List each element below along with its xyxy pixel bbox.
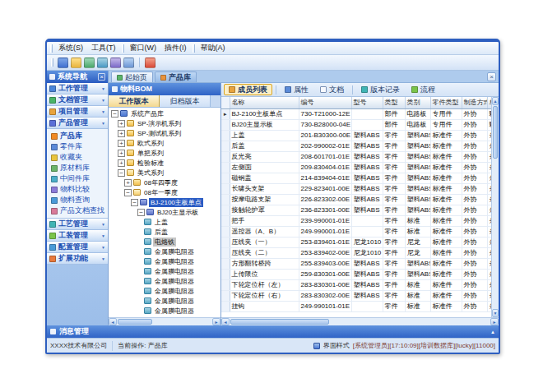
scroll-down-icon[interactable]: ▼: [492, 309, 499, 317]
tree-node[interactable]: 上盖: [109, 217, 220, 227]
tree-toggle-icon[interactable]: +: [118, 159, 125, 167]
sidebar-item[interactable]: 中间件库: [47, 173, 108, 184]
tree-toggle-icon[interactable]: −: [118, 169, 125, 177]
sidebar-section-header[interactable]: 扩展功能 ▼: [47, 253, 108, 265]
tree-node[interactable]: + SP-测试机系列: [109, 128, 220, 138]
table-row[interactable]: 长啸头支架229-823401-00E塑料ABS零件塑料ABS标准件外协条: [221, 183, 491, 194]
refresh-icon[interactable]: [97, 58, 108, 68]
sidebar-item[interactable]: 零件库: [47, 141, 108, 152]
sidebar-section-header[interactable]: 工作管理 ▼: [47, 83, 108, 95]
table-row[interactable]: 下轮定位杆（左）283-830301-00E塑料ABS零件标准标准件外协条: [221, 279, 491, 290]
table-row[interactable]: 上盖201-B30300-00E塑料ABS零件塑料ABS标准件外协条: [221, 130, 491, 141]
sidebar-item[interactable]: 收藏夹: [47, 152, 108, 163]
tree-toggle-icon[interactable]: +: [118, 120, 125, 127]
menu-item[interactable]: 插件(I): [160, 42, 191, 54]
table-row[interactable]: 后盖202-990002-01E塑料ABS零件塑料ABS标准件外协条: [221, 141, 491, 151]
tree-toggle-icon[interactable]: +: [124, 179, 132, 187]
tree-node[interactable]: + 08年四季度: [109, 178, 220, 187]
menu-item[interactable]: 窗口(W): [126, 42, 161, 54]
table-row[interactable]: ►BJ-2100主板单点730-T21000-12E部件电路板专用件外协颗: [221, 108, 491, 119]
sidebar-item[interactable]: 产品库: [47, 131, 108, 141]
sidebar-item[interactable]: 物料比较: [47, 184, 108, 195]
content-tab[interactable]: 产品库: [155, 71, 197, 82]
column-header[interactable]: 零件类型: [430, 97, 462, 108]
column-header[interactable]: 名称: [230, 97, 299, 108]
tree-node[interactable]: 金属膜电阻器: [109, 296, 220, 306]
tree-node[interactable]: 后盖: [109, 227, 220, 237]
column-header[interactable]: 编号: [299, 97, 351, 108]
tree-node[interactable]: + 单把系列: [109, 148, 220, 158]
member-panel-tab[interactable]: 属性: [280, 84, 313, 95]
scrollbar-thumb[interactable]: [118, 319, 152, 325]
sidebar-section-header[interactable]: 文档管理 ▼: [47, 95, 108, 106]
toolbar-grip[interactable]: [51, 58, 53, 67]
tree-toggle-icon[interactable]: −: [124, 189, 132, 196]
menu-item[interactable]: 系统(S): [54, 42, 87, 54]
table-row[interactable]: 挂钩249-990101-01E零件标准标准件外协条: [221, 301, 491, 311]
scroll-up-icon[interactable]: ▲: [492, 97, 499, 105]
report-icon[interactable]: [110, 58, 121, 68]
scroll-left-icon[interactable]: ◄: [109, 318, 117, 325]
member-panel-tab[interactable]: 流程: [406, 84, 440, 95]
tree-node[interactable]: − 美式系列: [109, 168, 220, 178]
table-row[interactable]: 反光亮208-601701-01E塑料ABS零件塑料ABS标准件外协条: [221, 151, 491, 162]
table-row[interactable]: 按摩电路支架226-823302-00E塑料ABS零件塑料ABS标准件外协条: [221, 194, 491, 205]
sidebar-item[interactable]: 原材料库: [47, 163, 108, 173]
column-header[interactable]: 型号: [351, 97, 383, 108]
scroll-right-icon[interactable]: ►: [212, 318, 220, 325]
sidebar-section-header[interactable]: 配置管理 ▼: [47, 242, 108, 253]
tree-toggle-icon[interactable]: −: [131, 199, 138, 206]
tree-toggle-icon[interactable]: −: [137, 209, 145, 216]
column-header[interactable]: 类别: [405, 97, 430, 108]
tree-node[interactable]: 金属膜电阻器: [109, 306, 220, 316]
window-icon[interactable]: [123, 58, 134, 68]
menu-item[interactable]: 工具(T): [87, 42, 120, 54]
scroll-right-icon[interactable]: ►: [490, 318, 499, 325]
column-header[interactable]: 制造方式: [462, 97, 487, 108]
table-row[interactable]: 左侧面209-830404-01E塑料ABS零件塑料ABS标准件外协条: [221, 162, 491, 173]
tree-node[interactable]: 金属膜电阻器: [109, 247, 220, 256]
table-row[interactable]: 上传限位259-830301-00E塑料ABS零件塑料ABS标准件外协条: [221, 269, 491, 279]
member-panel-tab[interactable]: 成员列表: [224, 84, 272, 95]
tree-node[interactable]: 金属膜电阻器: [109, 276, 220, 286]
tree-toggle-icon[interactable]: +: [118, 150, 125, 157]
tree-node[interactable]: − BJ20主显示板: [109, 207, 220, 217]
sidebar-item[interactable]: 物料查询: [47, 195, 108, 205]
tree-node[interactable]: − 08年一季度: [109, 187, 220, 197]
bom-version-tab[interactable]: 工作版本: [109, 95, 160, 107]
search-icon[interactable]: [84, 58, 95, 68]
app-icon[interactable]: [58, 58, 68, 68]
ui-style-label[interactable]: 界面样式: [323, 341, 350, 350]
sidebar-item[interactable]: 产品文档查找: [47, 205, 108, 216]
scrollbar-thumb[interactable]: [493, 106, 498, 159]
table-row[interactable]: 下轮定位杆（右）283-830302-00E塑料ABS零件标准标准件外协条: [221, 290, 491, 301]
exit-icon[interactable]: [145, 58, 155, 68]
close-tab-icon[interactable]: ×: [487, 72, 496, 81]
tree-node[interactable]: + 检验标准: [109, 158, 220, 168]
tree-node[interactable]: 金属膜电阻器: [109, 286, 220, 296]
tree-toggle-icon[interactable]: +: [118, 140, 125, 147]
sidebar-section-header[interactable]: 产品管理 ▼: [47, 118, 108, 129]
tree-node[interactable]: 金属膜电阻器: [109, 266, 220, 276]
tree-node[interactable]: − 系统产品库: [109, 108, 220, 118]
sidebar-section-header[interactable]: 工装管理 ▼: [47, 230, 108, 242]
tree-node[interactable]: + SP-演示机系列: [109, 118, 220, 128]
table-horizontal-scrollbar[interactable]: ◄ ►: [221, 317, 499, 325]
member-panel-tab[interactable]: 版本记录: [356, 84, 405, 95]
tree-node[interactable]: 电烙铁: [109, 237, 220, 247]
member-panel-tab[interactable]: 文档: [315, 84, 349, 95]
table-row[interactable]: 压线夹（二）253-839402-00E尼龙1010零件尼龙标准件外协条: [221, 247, 491, 258]
content-tab[interactable]: 起始页: [111, 71, 153, 82]
table-row[interactable]: BJ20主显示板730-B28000-04E部件电路板专用件外协颗: [221, 119, 491, 130]
table-row[interactable]: 遥控器（A、B）249-990001-01E零件标准标准件外协条: [221, 226, 491, 237]
favorites-icon[interactable]: [71, 58, 81, 68]
table-vertical-scrollbar[interactable]: ▲ ▼: [491, 97, 499, 317]
table-row[interactable]: 方形翻转桥跨255-839403-00E塑料ABS零件塑料ABS标准件外协条: [221, 258, 491, 269]
bom-version-tab[interactable]: 归档版本: [160, 95, 211, 107]
tree-node[interactable]: + 欧式系列: [109, 138, 220, 148]
menubar-grip[interactable]: [50, 44, 53, 53]
column-header[interactable]: 类型: [383, 97, 405, 108]
table-row[interactable]: 接触轮护罩236-823301-00E塑料ABS零件塑料ABS标准件外协条: [221, 205, 491, 215]
tree-toggle-icon[interactable]: −: [111, 110, 118, 118]
sidebar-section-header[interactable]: 项目管理 ▼: [47, 106, 108, 118]
